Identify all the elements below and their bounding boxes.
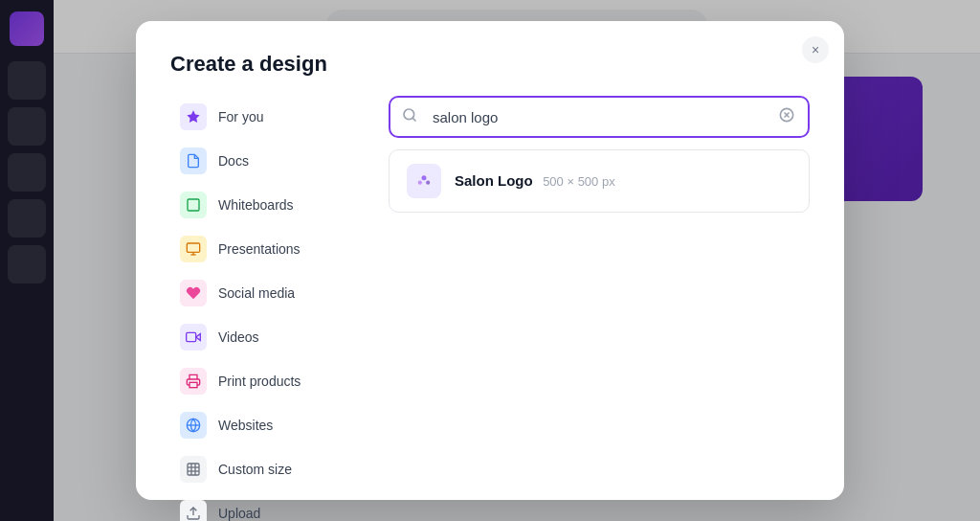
menu-item-social-media[interactable]: Social media: [170, 272, 362, 314]
presentations-icon: [180, 236, 207, 262]
menu-item-label-docs: Docs: [218, 153, 249, 169]
print-products-icon: [180, 368, 207, 395]
menu-item-videos[interactable]: Videos: [170, 316, 362, 358]
websites-icon: [180, 412, 207, 439]
search-wrapper: [389, 96, 810, 138]
menu-item-label-presentations: Presentations: [218, 241, 301, 257]
svg-marker-5: [196, 334, 201, 341]
menu-item-upload[interactable]: Upload: [170, 492, 362, 521]
results-list: Salon Logo 500 × 500 px: [389, 149, 810, 213]
svg-rect-1: [188, 199, 199, 211]
svg-rect-7: [189, 382, 197, 387]
menu-item-print-products[interactable]: Print products: [170, 360, 362, 402]
svg-point-25: [418, 181, 422, 185]
create-design-modal: × Create a design For you Docs Whiteboar…: [136, 21, 844, 500]
upload-icon: [180, 500, 207, 521]
svg-line-20: [412, 118, 415, 121]
videos-icon: [180, 324, 207, 351]
social-media-icon: [180, 280, 207, 306]
result-item-salon-logo[interactable]: Salon Logo 500 × 500 px: [389, 149, 810, 213]
menu-item-label-print-products: Print products: [218, 374, 301, 389]
search-clear-button[interactable]: [777, 105, 796, 128]
svg-rect-2: [187, 243, 199, 252]
search-icon: [402, 107, 417, 126]
menu-item-label-social-media: Social media: [218, 285, 295, 301]
menu-item-for-you[interactable]: For you: [170, 96, 362, 138]
svg-point-26: [426, 181, 430, 185]
docs-icon: [180, 147, 207, 174]
menu-item-label-custom-size: Custom size: [218, 462, 292, 477]
result-size-salon-logo: 500 × 500 px: [543, 174, 615, 189]
menu-item-presentations[interactable]: Presentations: [170, 228, 362, 270]
modal-title: Create a design: [170, 52, 810, 77]
svg-rect-6: [187, 332, 196, 341]
search-input[interactable]: [389, 96, 810, 138]
svg-marker-0: [187, 110, 199, 123]
menu-item-custom-size[interactable]: Custom size: [170, 448, 362, 490]
menu-item-label-for-you: For you: [218, 109, 263, 125]
design-type-menu: For you Docs Whiteboards Presentations S…: [170, 96, 362, 521]
menu-item-websites[interactable]: Websites: [170, 404, 362, 446]
menu-item-label-websites: Websites: [218, 418, 273, 433]
modal-body: For you Docs Whiteboards Presentations S…: [170, 96, 810, 521]
modal-close-button[interactable]: ×: [802, 36, 829, 63]
result-name-salon-logo: Salon Logo: [455, 172, 533, 189]
menu-item-docs[interactable]: Docs: [170, 140, 362, 182]
menu-item-label-whiteboards: Whiteboards: [218, 197, 294, 213]
svg-rect-10: [188, 464, 199, 475]
result-info-salon-logo: Salon Logo 500 × 500 px: [455, 172, 615, 190]
whiteboards-icon: [180, 192, 207, 218]
for-you-icon: [180, 103, 207, 130]
result-icon-salon-logo: [407, 164, 441, 198]
custom-size-icon: [180, 456, 207, 483]
modal-backdrop: × Create a design For you Docs Whiteboar…: [0, 0, 980, 521]
search-panel: Salon Logo 500 × 500 px: [389, 96, 810, 521]
menu-item-whiteboards[interactable]: Whiteboards: [170, 184, 362, 226]
menu-item-label-videos: Videos: [218, 329, 259, 345]
menu-item-label-upload: Upload: [218, 506, 260, 521]
svg-point-24: [422, 175, 427, 180]
